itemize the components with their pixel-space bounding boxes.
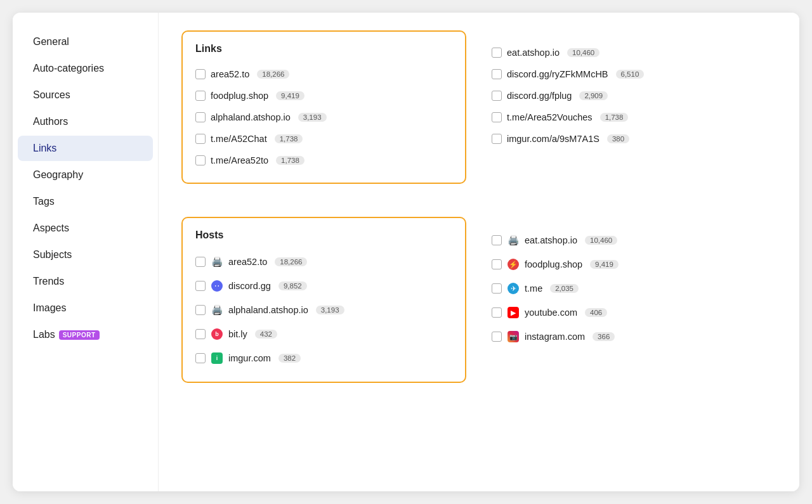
item-label: discord.gg/fplug: [507, 91, 572, 101]
discord-icon-container: [211, 280, 223, 292]
item-count: 2,909: [579, 91, 608, 100]
item-checkbox-tme-area52to[interactable]: [195, 155, 206, 165]
item-checkbox-tme-a52chat[interactable]: [195, 134, 206, 144]
item-checkbox-discord-ryZFk[interactable]: [492, 69, 502, 79]
list-item: iimgur.com382: [195, 346, 452, 370]
hosts-right-column: 🖨️eat.atshop.io10,460⚡foodplug.shop9,419…: [492, 217, 776, 349]
item-label: eat.atshop.io: [525, 235, 577, 245]
sidebar-item-trends[interactable]: Trends: [18, 269, 153, 294]
item-checkbox-h-area52-to[interactable]: [195, 257, 206, 267]
item-label: eat.atshop.io: [507, 48, 560, 58]
hosts-section-box: Hosts 🖨️area52.to18,266discord.gg9,852🖨️…: [181, 217, 466, 383]
item-checkbox-alphaland-atshop[interactable]: [195, 112, 206, 122]
list-item: ▶youtube.com406: [492, 300, 776, 325]
printer-icon: 🖨️: [211, 256, 223, 268]
telegram-icon: ✈: [508, 283, 519, 294]
list-item: discord.gg/ryZFkMMcHB6,510: [492, 63, 776, 85]
list-item: 📷instagram.com366: [492, 325, 776, 349]
sidebar-item-aspects[interactable]: Aspects: [18, 216, 153, 241]
youtube-icon: ▶: [508, 307, 519, 318]
item-count: 6,510: [616, 70, 645, 79]
sidebar-item-geography[interactable]: Geography: [18, 162, 153, 188]
printer-icon-container: 🖨️: [211, 255, 223, 268]
link-icon: ⚡: [508, 259, 519, 270]
item-checkbox-h-alphaland-atshop[interactable]: [195, 305, 206, 315]
imgur-icon-container: i: [211, 352, 223, 365]
list-item: t.me/A52Chat1,738: [195, 128, 452, 150]
item-checkbox-h-bit-ly[interactable]: [195, 329, 206, 339]
item-count: 366: [593, 332, 615, 341]
item-checkbox-h-eat-atshop[interactable]: [492, 235, 502, 245]
list-item: discord.gg/fplug2,909: [492, 85, 776, 107]
bitly-icon-container: b: [211, 328, 223, 340]
item-label: alphaland.atshop.io: [211, 112, 291, 122]
printer-icon-container: 🖨️: [507, 234, 520, 247]
item-checkbox-h-discord-gg[interactable]: [195, 281, 206, 291]
item-label: alphaland.atshop.io: [228, 305, 308, 315]
links-section-title: Links: [195, 43, 452, 55]
list-item: foodplug.shop9,419: [195, 85, 452, 107]
printer-icon: 🖨️: [508, 235, 520, 246]
item-count: 406: [585, 308, 607, 317]
item-label: foodplug.shop: [525, 259, 582, 269]
item-count: 432: [255, 330, 277, 339]
sidebar-item-links[interactable]: Links: [18, 136, 153, 161]
item-count: 380: [607, 134, 629, 143]
sidebar-item-general[interactable]: General: [18, 29, 153, 55]
item-checkbox-eat-atshop[interactable]: [492, 48, 502, 58]
item-checkbox-area52-to[interactable]: [195, 69, 206, 79]
links-right-column: eat.atshop.io10,460discord.gg/ryZFkMMcHB…: [492, 30, 776, 150]
item-count: 9,419: [590, 260, 619, 269]
youtube-icon-container: ▶: [507, 306, 520, 319]
item-count: 18,266: [275, 257, 307, 266]
item-count: 9,852: [278, 281, 307, 290]
item-checkbox-h-tme[interactable]: [492, 283, 502, 294]
sidebar: GeneralAuto-categoriesSourcesAuthorsLink…: [13, 13, 159, 491]
item-checkbox-h-foodplug-shop[interactable]: [492, 259, 502, 269]
item-checkbox-h-youtube[interactable]: [492, 307, 502, 318]
item-checkbox-h-instagram[interactable]: [492, 332, 502, 342]
item-checkbox-imgur-a9sm[interactable]: [492, 134, 502, 144]
item-count: 10,460: [585, 236, 617, 245]
item-count: 2,035: [550, 284, 579, 293]
sidebar-item-labs[interactable]: LabsSUPPORT: [18, 322, 153, 347]
sidebar-item-sources[interactable]: Sources: [18, 82, 153, 108]
sidebar-item-tags[interactable]: Tags: [18, 189, 153, 214]
list-item: 🖨️eat.atshop.io10,460: [492, 228, 776, 252]
list-item: area52.to18,266: [195, 63, 452, 85]
item-count: 3,193: [298, 113, 327, 122]
sidebar-item-auto-categories[interactable]: Auto-categories: [18, 56, 153, 81]
item-count: 1,738: [600, 113, 629, 122]
item-label: t.me/Area52to: [211, 155, 268, 165]
item-count: 1,738: [276, 156, 304, 165]
list-item: imgur.com/a/9sM7A1S380: [492, 128, 776, 150]
discord-icon: [211, 280, 223, 292]
sidebar-item-subjects[interactable]: Subjects: [18, 242, 153, 268]
item-label: discord.gg/ryZFkMMcHB: [507, 69, 608, 79]
item-checkbox-tme-area52vouches[interactable]: [492, 112, 502, 122]
sidebar-item-authors[interactable]: Authors: [18, 109, 153, 134]
item-label: t.me/Area52Vouches: [507, 112, 593, 122]
item-label: foodplug.shop: [211, 91, 268, 101]
list-item: discord.gg9,852: [195, 274, 452, 298]
list-item: ✈t.me2,035: [492, 276, 776, 300]
link-icon-container: ⚡: [507, 258, 520, 271]
item-checkbox-h-imgur-com[interactable]: [195, 353, 206, 363]
instagram-icon-container: 📷: [507, 330, 520, 343]
instagram-icon: 📷: [508, 331, 519, 342]
hosts-section-title: Hosts: [195, 229, 452, 241]
item-label: imgur.com/a/9sM7A1S: [507, 134, 599, 144]
item-checkbox-discord-fplug[interactable]: [492, 91, 502, 101]
list-item: ⚡foodplug.shop9,419: [492, 252, 776, 276]
item-checkbox-foodplug-shop[interactable]: [195, 91, 206, 101]
sidebar-item-images[interactable]: Images: [18, 295, 153, 321]
item-label: instagram.com: [525, 332, 585, 342]
list-item: t.me/Area52Vouches1,738: [492, 107, 776, 128]
item-label: discord.gg: [228, 281, 271, 291]
printer-icon: 🖨️: [211, 304, 223, 316]
item-count: 9,419: [276, 91, 304, 100]
support-badge: SUPPORT: [59, 330, 100, 340]
list-item: t.me/Area52to1,738: [195, 150, 452, 171]
item-count: 18,266: [257, 70, 289, 79]
telegram-icon-container: ✈: [507, 282, 520, 295]
